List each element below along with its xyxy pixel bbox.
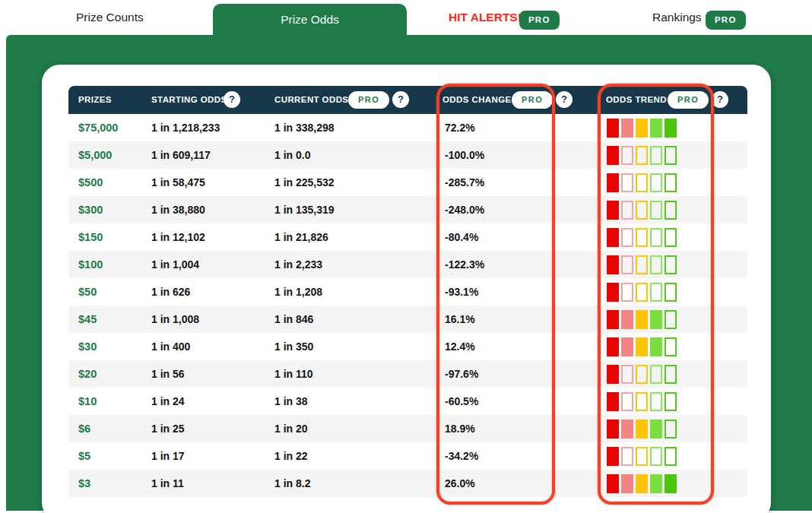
- trend-square: [650, 420, 662, 439]
- prize-value: $5,000: [78, 141, 112, 169]
- trend-square: [607, 173, 619, 192]
- trend-cells: [607, 388, 677, 415]
- trend-square: [665, 337, 677, 356]
- trend-square: [607, 365, 619, 384]
- starting-odds-value: 1 in 38,880: [151, 196, 205, 223]
- col-header-odds-change: ODDS CHANGE: [442, 86, 512, 114]
- odds-change-value: -285.7%: [445, 169, 484, 196]
- odds-change-value: 26.0%: [445, 470, 475, 497]
- trend-cells: [607, 306, 677, 333]
- trend-square: [650, 228, 662, 247]
- trend-square: [636, 420, 648, 439]
- trend-square: [607, 447, 619, 466]
- trend-square: [650, 146, 662, 165]
- table-row: $50 1 in 626 1 in 1,208 -93.1%: [68, 278, 747, 306]
- hit-alerts-pro-badge: PRO: [519, 11, 560, 30]
- starting-odds-value: 1 in 11: [151, 470, 184, 497]
- trend-cells: [607, 470, 677, 497]
- prize-value: $3: [78, 470, 90, 497]
- trend-square: [607, 201, 619, 220]
- current-odds-value: 1 in 20: [274, 415, 308, 442]
- trend-square: [621, 310, 633, 329]
- table-header: PRIZES STARTING ODDS ? CURRENT ODDS PRO …: [68, 86, 747, 114]
- current-odds-pro-badge[interactable]: PRO: [348, 91, 389, 109]
- table-row: $100 1 in 1,004 1 in 2,233 -122.3%: [68, 251, 747, 278]
- trend-square: [650, 283, 662, 302]
- trend-square: [650, 474, 662, 493]
- trend-square: [636, 337, 648, 356]
- trend-square: [665, 365, 677, 384]
- table-row: $6 1 in 25 1 in 20 18.9%: [68, 415, 747, 442]
- current-odds-value: 1 in 21,826: [274, 223, 328, 251]
- trend-square: [665, 201, 677, 220]
- trend-cells: [607, 442, 677, 470]
- tab-hit-alerts[interactable]: HIT ALERTS!: [449, 0, 522, 35]
- trend-square: [607, 146, 619, 165]
- trend-square: [650, 337, 662, 356]
- prize-value: $75,000: [78, 114, 118, 141]
- trend-square: [650, 201, 662, 220]
- odds-change-value: -97.6%: [445, 360, 478, 388]
- table-card: PRIZES STARTING ODDS ? CURRENT ODDS PRO …: [42, 65, 771, 513]
- trend-square: [636, 255, 648, 274]
- trend-square: [665, 255, 677, 274]
- trend-square: [650, 119, 662, 138]
- current-odds-value: 1 in 135,319: [274, 196, 335, 223]
- starting-odds-value: 1 in 626: [151, 278, 190, 306]
- trend-square: [665, 283, 677, 302]
- odds-trend-help-icon[interactable]: ?: [712, 91, 728, 108]
- trend-square: [636, 310, 648, 329]
- trend-cells: [607, 114, 677, 141]
- trend-cells: [607, 169, 677, 196]
- trend-cells: [607, 333, 677, 360]
- odds-change-help-icon[interactable]: ?: [556, 91, 573, 108]
- table-row: $75,000 1 in 1,218,233 1 in 338,298 72.2…: [68, 114, 747, 141]
- odds-change-value: 12.4%: [445, 333, 475, 360]
- trend-square: [650, 255, 662, 274]
- tab-prize-odds[interactable]: Prize Odds: [213, 4, 407, 35]
- tab-prize-counts[interactable]: Prize Counts: [76, 0, 144, 35]
- trend-cells: [607, 278, 677, 306]
- trend-square: [636, 365, 648, 384]
- starting-odds-value: 1 in 1,218,233: [151, 114, 220, 141]
- starting-odds-value: 1 in 1,004: [151, 251, 199, 278]
- trend-square: [636, 228, 648, 247]
- trend-square: [665, 146, 677, 165]
- current-odds-value: 1 in 8.2: [274, 470, 310, 497]
- trend-square: [621, 146, 633, 165]
- current-odds-help-icon[interactable]: ?: [392, 91, 409, 108]
- table-body: $75,000 1 in 1,218,233 1 in 338,298 72.2…: [68, 114, 747, 497]
- trend-square: [665, 310, 677, 329]
- current-odds-value: 1 in 225,532: [274, 169, 335, 196]
- odds-change-value: -100.0%: [445, 141, 484, 169]
- col-header-prizes: PRIZES: [78, 86, 112, 114]
- trend-square: [636, 447, 648, 466]
- trend-square: [607, 310, 619, 329]
- table-row: $5 1 in 17 1 in 22 -34.2%: [68, 442, 747, 470]
- trend-square: [636, 283, 648, 302]
- prize-value: $100: [78, 251, 103, 278]
- trend-square: [621, 173, 633, 192]
- trend-square: [621, 228, 633, 247]
- current-odds-value: 1 in 846: [274, 306, 313, 333]
- trend-square: [621, 447, 633, 466]
- prize-value: $10: [78, 388, 97, 415]
- trend-cells: [607, 360, 677, 388]
- current-odds-value: 1 in 110: [274, 360, 313, 388]
- trend-square: [607, 255, 619, 274]
- trend-square: [607, 119, 619, 138]
- table-row: $20 1 in 56 1 in 110 -97.6%: [68, 360, 747, 388]
- starting-odds-help-icon[interactable]: ?: [224, 91, 240, 108]
- trend-square: [607, 228, 619, 247]
- trend-square: [636, 474, 648, 493]
- trend-square: [621, 255, 633, 274]
- prize-odds-table: PRIZES STARTING ODDS ? CURRENT ODDS PRO …: [68, 86, 747, 497]
- tab-rankings[interactable]: Rankings: [652, 0, 702, 35]
- odds-trend-pro-badge[interactable]: PRO: [668, 91, 709, 109]
- rankings-pro-badge: PRO: [706, 11, 746, 30]
- trend-square: [621, 474, 633, 493]
- col-header-starting-odds: STARTING ODDS: [151, 86, 227, 114]
- odds-change-pro-badge[interactable]: PRO: [512, 91, 553, 109]
- trend-square: [607, 283, 619, 302]
- prize-value: $20: [78, 360, 97, 388]
